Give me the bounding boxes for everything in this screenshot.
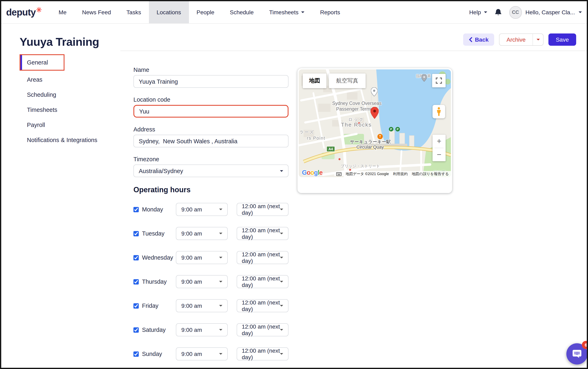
close-time-select[interactable]: 12:00 am (next day) — [236, 251, 288, 264]
back-button-label: Back — [475, 36, 489, 43]
day-checkbox[interactable] — [133, 327, 139, 333]
nav-item-people[interactable]: People — [189, 1, 222, 23]
archive-button[interactable]: Archive — [500, 34, 533, 45]
chat-bubble-icon — [572, 349, 582, 359]
label-circular-quay: Circular Quay — [348, 144, 393, 149]
chevron-down-icon — [484, 11, 487, 13]
nav-item-reports[interactable]: Reports — [312, 1, 348, 23]
day-checkbox[interactable] — [133, 255, 139, 261]
day-label: Friday — [142, 302, 176, 309]
day-label: Wednesday — [142, 254, 176, 261]
nav-item-label: Schedule — [230, 9, 253, 16]
keyboard-shortcuts-icon[interactable] — [334, 172, 344, 176]
address-input[interactable] — [133, 135, 288, 147]
nav-item-locations[interactable]: Locations — [149, 1, 189, 23]
close-time-select[interactable]: 12:00 am (next day) — [236, 275, 288, 288]
close-time-select[interactable]: 12:00 am (next day) — [236, 347, 288, 360]
label-millers-point-ja: ラーズ — [300, 129, 314, 135]
nav-right-cluster: Help CC Hello, Casper Cla... — [469, 1, 587, 23]
nav-item-label: People — [196, 9, 214, 16]
close-time-select[interactable]: 12:00 am (next day) — [236, 323, 288, 336]
main-nav: Me News Feed Tasks Locations People Sche… — [51, 1, 348, 23]
pegman-icon — [436, 107, 442, 116]
nav-item-label: Me — [59, 9, 67, 16]
help-menu[interactable]: Help — [469, 9, 487, 16]
close-time-select[interactable]: 12:00 am (next day) — [236, 203, 288, 216]
save-button[interactable]: Save — [548, 33, 576, 46]
open-time-select[interactable]: 9:00 am — [176, 251, 227, 264]
operating-hours-row-saturday: Saturday 9:00 am 12:00 am (next day) — [133, 323, 288, 336]
zoom-out-button[interactable]: − — [433, 148, 446, 161]
name-input[interactable] — [133, 75, 288, 88]
settings-sidebar: General Areas Scheduling Timesheets Payr… — [20, 54, 124, 143]
open-time-select[interactable]: 9:00 am — [176, 299, 227, 312]
chat-launcher-button[interactable]: 6 — [566, 343, 588, 365]
sidebar-item-scheduling[interactable]: Scheduling — [20, 92, 124, 98]
user-menu[interactable]: CC Hello, Casper Cla... — [509, 6, 582, 19]
sidebar-item-areas[interactable]: Areas — [20, 76, 124, 83]
deputy-logo[interactable]: deputy ✳ — [6, 1, 42, 23]
chevron-down-icon — [219, 353, 222, 355]
nav-item-news-feed[interactable]: News Feed — [74, 1, 119, 23]
nav-item-tasks[interactable]: Tasks — [119, 1, 149, 23]
map-card: Sydney Cove Overseas Passenger Terminal … — [297, 68, 452, 193]
day-checkbox[interactable] — [133, 206, 139, 213]
chevron-down-icon — [280, 353, 283, 355]
open-time-value: 9:00 am — [181, 254, 202, 261]
chevron-down-icon — [219, 209, 222, 210]
chevron-down-icon — [219, 281, 222, 282]
chevron-down-icon — [280, 209, 283, 210]
deputy-logo-text: deputy — [6, 7, 36, 18]
satellite-button[interactable]: 航空写真 — [329, 73, 366, 88]
nav-item-timesheets[interactable]: Timesheets — [261, 1, 312, 23]
open-time-select[interactable]: 9:00 am — [176, 323, 227, 336]
location-pin-icon[interactable] — [371, 107, 379, 120]
terms-link[interactable]: 利用規約 — [391, 171, 410, 177]
archive-button-label: Archive — [507, 36, 526, 43]
nav-item-label: Locations — [156, 9, 181, 16]
chevron-down-icon — [579, 11, 582, 13]
name-field-group: Name — [133, 67, 288, 88]
report-map-error-link[interactable]: 地図の誤りを報告する — [410, 171, 451, 177]
chevron-down-icon — [219, 329, 222, 331]
day-label: Monday — [142, 206, 176, 213]
fullscreen-button[interactable] — [432, 74, 446, 87]
timezone-select[interactable]: Australia/Sydney — [133, 164, 288, 177]
sidebar-item-notifications-integrations[interactable]: Notifications & Integrations — [20, 137, 124, 143]
avatar: CC — [509, 6, 522, 19]
nav-item-me[interactable]: Me — [51, 1, 74, 23]
back-button[interactable]: Back — [463, 33, 494, 46]
close-time-select[interactable]: 12:00 am (next day) — [236, 299, 288, 312]
google-map[interactable]: Sydney Cove Overseas Passenger Terminal … — [299, 69, 451, 177]
chevron-down-icon — [280, 170, 283, 172]
street-view-pegman-button[interactable] — [433, 105, 445, 118]
sidebar-item-payroll[interactable]: Payroll — [20, 122, 124, 128]
chevron-down-icon — [219, 305, 222, 307]
sidebar-item-general[interactable]: General — [20, 54, 64, 71]
label-bridge-street-ja: ブリッジ・ストリート — [338, 164, 383, 169]
nav-item-schedule[interactable]: Schedule — [222, 1, 261, 23]
header-actions: Back Archive Save — [463, 33, 576, 46]
day-checkbox[interactable] — [133, 351, 139, 357]
notifications-bell-icon[interactable] — [494, 8, 502, 17]
sidebar-item-timesheets[interactable]: Timesheets — [20, 107, 124, 113]
location-code-input[interactable] — [133, 105, 288, 118]
map-attribution-bar: 地図データ ©2021 Google 利用規約 地図の誤りを報告する — [299, 171, 451, 177]
zoom-in-button[interactable]: + — [433, 135, 446, 148]
close-time-select[interactable]: 12:00 am (next day) — [236, 227, 288, 240]
archive-dropdown-button[interactable] — [533, 34, 543, 45]
operating-hours-title: Operating hours — [133, 186, 288, 194]
poi-marker-icon — [371, 87, 377, 98]
label-the-rocks: The Rocks — [333, 122, 380, 128]
open-time-value: 9:00 am — [181, 302, 202, 309]
open-time-select[interactable]: 9:00 am — [176, 203, 227, 216]
day-checkbox[interactable] — [133, 230, 139, 236]
map-data-attribution: 地図データ ©2021 Google — [344, 171, 391, 177]
location-settings-form: Name Location code Address Timezone Aust… — [133, 67, 288, 369]
map-type-button[interactable]: 地図 — [303, 73, 326, 88]
open-time-select[interactable]: 9:00 am — [176, 227, 227, 240]
day-checkbox[interactable] — [133, 279, 139, 285]
open-time-select[interactable]: 9:00 am — [176, 347, 227, 360]
open-time-select[interactable]: 9:00 am — [176, 275, 227, 288]
day-checkbox[interactable] — [133, 303, 139, 309]
